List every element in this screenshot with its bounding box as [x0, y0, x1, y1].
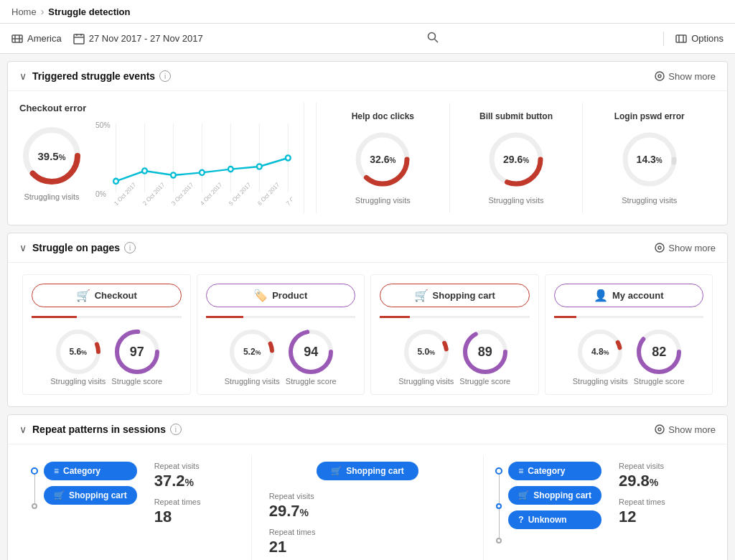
section1-show-more[interactable]: Show more	[654, 70, 716, 82]
options-label: Options	[691, 33, 724, 44]
section2-title: Struggle on pages	[32, 242, 120, 253]
section1-title: Triggered struggle events	[32, 70, 155, 82]
svg-point-26	[113, 179, 118, 184]
svg-point-27	[142, 168, 147, 173]
pattern-card-1: ≡Category 🛒Shopping cart Repeat visits 3…	[19, 456, 252, 560]
svg-text:0%: 0%	[95, 190, 106, 198]
pattern3-repeat-visits-value: 29.8%	[619, 472, 704, 490]
page-card-my-account: 👤 My account 4.8%	[545, 274, 713, 395]
svg-point-47	[658, 246, 661, 249]
section1-info-icon[interactable]: i	[159, 70, 171, 82]
metric-bill-submit: Bill submit button 29.6% Struggling visi…	[450, 103, 584, 213]
pattern2-repeat-times-value: 21	[269, 538, 472, 556]
section2-show-more[interactable]: Show more	[654, 242, 716, 253]
pattern3-node-category[interactable]: ≡Category	[508, 462, 601, 480]
svg-text:2 Oct 2017: 2 Oct 2017	[141, 181, 166, 205]
svg-text:3 Oct 2017: 3 Oct 2017	[170, 181, 195, 205]
pattern3-node-unknown[interactable]: ?Unknown	[508, 510, 601, 529]
page-product-header[interactable]: 🏷️ Product	[206, 284, 356, 307]
pattern1-repeat-times-value: 18	[154, 508, 240, 526]
svg-text:1 Oct 2017: 1 Oct 2017	[113, 181, 138, 205]
section2-toggle[interactable]: ∨	[19, 242, 27, 253]
page-card-shopping-cart: 🛒 Shopping cart 5.0%	[370, 274, 539, 395]
svg-point-28	[171, 172, 176, 177]
svg-rect-4	[74, 34, 84, 44]
section3-info-icon[interactable]: i	[170, 424, 182, 435]
section3-toggle[interactable]: ∨	[19, 424, 27, 435]
pattern-card-3: ≡Category 🛒Shopping cart ?Unknown Repeat…	[484, 456, 716, 560]
page-shopping-cart-header[interactable]: 🛒 Shopping cart	[380, 284, 530, 307]
pattern3-node-shopping-cart[interactable]: 🛒Shopping cart	[508, 486, 601, 505]
page-shopping-cart-label: Shopping cart	[433, 290, 495, 301]
svg-point-31	[257, 164, 262, 169]
svg-point-29	[200, 170, 205, 175]
repeat-patterns-section: ∨ Repeat patterns in sessions i Show mor…	[7, 414, 728, 560]
metric-login-title: Login pswd error	[614, 111, 685, 121]
options-button[interactable]: Options	[675, 33, 724, 45]
section3-title: Repeat patterns in sessions	[32, 424, 166, 435]
breadcrumb-separator: ›	[41, 6, 45, 17]
page-checkout-header[interactable]: 🛒 Checkout	[32, 284, 182, 307]
page-checkout-label: Checkout	[95, 290, 137, 301]
svg-text:4 Oct 2017: 4 Oct 2017	[199, 181, 223, 205]
struggle-on-pages-section: ∨ Struggle on pages i Show more 🛒 Checko…	[7, 233, 728, 407]
pattern2-repeat-visits-value: 29.7%	[269, 502, 472, 521]
svg-text:5 Oct 2017: 5 Oct 2017	[228, 181, 252, 205]
metric-login-pswd: Login pswd error 14.3% Struggling visits	[583, 103, 716, 213]
breadcrumb-home[interactable]: Home	[11, 6, 37, 17]
section3-show-more[interactable]: Show more	[654, 424, 716, 435]
top-bar: Home › Struggle detection	[0, 0, 735, 24]
pattern-card-2: 🛒Shopping cart Repeat visits 29.7% Repea…	[252, 456, 484, 560]
svg-point-8	[429, 33, 436, 40]
section2-info-icon[interactable]: i	[124, 242, 136, 253]
svg-point-32	[286, 155, 291, 160]
svg-point-64	[655, 425, 664, 434]
page-my-account-label: My account	[612, 290, 664, 301]
filter-bar: America 27 Nov 2017 - 27 Nov 2017 Option…	[0, 24, 735, 54]
search-button[interactable]	[426, 31, 439, 46]
pattern3-repeat-times-label: Repeat times	[619, 498, 704, 506]
page-my-account-header[interactable]: 👤 My account	[554, 284, 704, 307]
page-product-label: Product	[272, 290, 307, 301]
metric-bill-title: Bill submit button	[479, 111, 553, 121]
checkout-error-block: Checkout error 39.5% Struggling	[19, 103, 292, 213]
pattern1-repeat-visits-label: Repeat visits	[154, 462, 240, 470]
pattern2-node-shopping-cart[interactable]: 🛒Shopping cart	[317, 462, 418, 480]
pattern3-repeat-visits-label: Repeat visits	[619, 462, 704, 470]
svg-point-65	[658, 428, 661, 431]
svg-point-30	[228, 167, 233, 172]
svg-text:50%: 50%	[95, 121, 111, 129]
page-card-checkout: 🛒 Checkout 5.6%	[22, 274, 191, 395]
region-filter[interactable]: America	[11, 33, 62, 45]
pattern1-node-category[interactable]: ≡Category	[44, 462, 137, 480]
pattern2-repeat-times-label: Repeat times	[269, 528, 472, 536]
svg-rect-10	[676, 35, 686, 42]
svg-line-9	[435, 39, 439, 43]
svg-text:7 Oct 2017: 7 Oct 2017	[285, 181, 292, 205]
section1-toggle[interactable]: ∨	[19, 70, 27, 82]
checkout-error-title: Checkout error	[19, 103, 292, 113]
pattern1-repeat-visits-value: 37.2%	[154, 472, 240, 490]
page-card-product: 🏷️ Product 5.2%	[197, 274, 365, 395]
svg-point-14	[658, 75, 661, 78]
date-filter[interactable]: 27 Nov 2017 - 27 Nov 2017	[73, 33, 203, 45]
breadcrumb-current: Struggle detection	[48, 6, 130, 17]
svg-text:6 Oct 2017: 6 Oct 2017	[256, 181, 281, 205]
pattern3-repeat-times-value: 12	[619, 508, 704, 526]
svg-point-46	[655, 243, 664, 252]
pattern1-node-shopping-cart[interactable]: 🛒Shopping cart	[44, 486, 137, 505]
svg-point-13	[655, 72, 664, 80]
metric-help-doc-clicks: Help doc clicks 32.6% Struggling visits	[317, 103, 450, 213]
triggered-struggle-section: ∨ Triggered struggle events i Show more …	[7, 61, 728, 225]
pattern1-repeat-times-label: Repeat times	[154, 498, 240, 506]
metric-help-title: Help doc clicks	[352, 111, 414, 121]
pattern2-repeat-visits-label: Repeat visits	[269, 492, 472, 500]
